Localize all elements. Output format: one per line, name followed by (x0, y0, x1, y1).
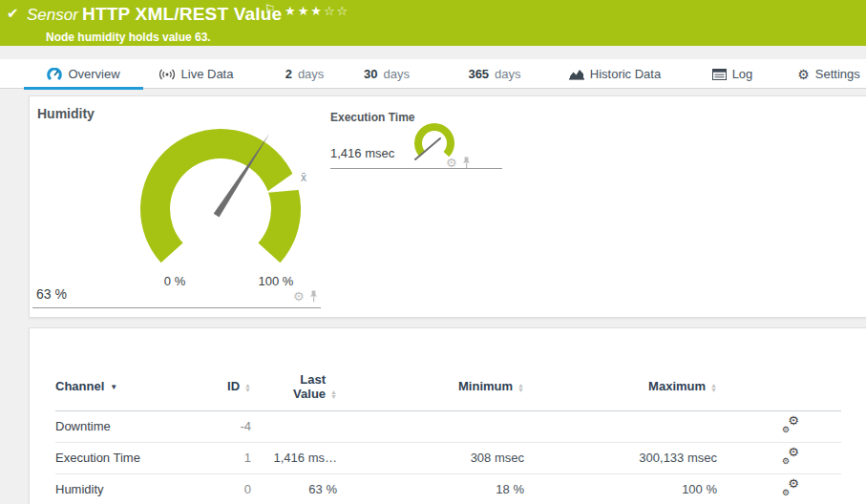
pin-icon[interactable] (462, 157, 471, 169)
tab-historic-data[interactable]: Historic Data (562, 59, 667, 89)
channel-name: Execution Time (55, 442, 184, 473)
table-row: Downtime -4 (55, 410, 841, 442)
tab-label: Live Data (181, 67, 234, 81)
channel-minimum: 18 % (342, 473, 528, 504)
channel-last-value: 63 % (261, 473, 342, 504)
channel-name: Downtime (55, 410, 184, 442)
sort-arrows-icon: ▲▼ (710, 383, 717, 392)
execution-time-current-value: 1,416 msec (330, 146, 394, 160)
channel-id: -4 (184, 410, 261, 442)
prtg-sensor-page: ✔ Sensor HTTP XML/REST Value ⚐ ★★★☆☆ Nod… (0, 0, 866, 504)
sort-arrows-icon: ▲▼ (244, 383, 251, 392)
humidity-gauge (120, 118, 321, 281)
channel-last-value: 1,416 ms… (261, 442, 342, 473)
tab-label: Overview (68, 67, 119, 81)
tab-label: Settings (815, 67, 860, 81)
column-header-maximum[interactable]: Maximum▲▼ (528, 363, 721, 410)
channel-settings-icon[interactable] (782, 449, 799, 464)
tab-30-days[interactable]: 30days (358, 59, 415, 89)
column-header-channel[interactable]: Channel (55, 363, 184, 410)
channel-name: Humidity (55, 473, 184, 504)
column-header-actions (721, 363, 841, 410)
humidity-gauge-title: Humidity (37, 106, 95, 121)
tab-bar: Overview Live Data 2days 30days 365days (0, 59, 866, 89)
execution-time-gauge-title: Execution Time (330, 111, 414, 124)
broadcast-icon (158, 69, 176, 80)
sort-caret-icon (104, 379, 117, 393)
channels-panel: Channel ID▲▼ Last Value▲▼ Minimum▲▼ Maxi… (29, 327, 866, 504)
table-row: Humidity 0 63 % 18 % 100 % (55, 473, 841, 504)
sort-arrows-icon: ▲▼ (330, 389, 337, 399)
log-icon (712, 69, 727, 80)
channel-settings-icon[interactable] (782, 417, 799, 432)
sensor-title: HTTP XML/REST Value (82, 4, 282, 25)
channel-maximum (528, 410, 721, 442)
gauge-min-label: 0 % (156, 274, 194, 288)
tab-log[interactable]: Log (704, 59, 761, 89)
channels-table: Channel ID▲▼ Last Value▲▼ Minimum▲▼ Maxi… (55, 363, 841, 504)
tab-365-days[interactable]: 365days (464, 59, 525, 89)
status-ok-icon: ✔ (7, 5, 19, 22)
execution-time-divider (330, 168, 502, 169)
table-row: Execution Time 1 1,416 ms… 308 msec 300,… (55, 442, 841, 473)
area-chart-icon (569, 69, 584, 80)
column-header-minimum[interactable]: Minimum▲▼ (342, 363, 528, 410)
channel-maximum: 100 % (528, 473, 721, 504)
tab-2-days[interactable]: 2days (276, 59, 333, 89)
sensor-kind-label: Sensor (27, 6, 78, 25)
sensor-header: ✔ Sensor HTTP XML/REST Value ⚐ ★★★☆☆ Nod… (0, 0, 866, 46)
pin-icon[interactable] (309, 290, 318, 303)
tab-label: days (495, 67, 520, 81)
stars-filled: ★★★ (285, 4, 324, 18)
tab-label: Log (732, 67, 753, 81)
tab-number: 30 (364, 67, 377, 81)
channel-settings-icon[interactable] (782, 480, 799, 495)
column-header-id[interactable]: ID▲▼ (184, 363, 261, 410)
gear-icon (797, 67, 810, 82)
channel-minimum: 308 msec (342, 442, 528, 473)
tab-label: Historic Data (590, 67, 661, 81)
tab-label: days (298, 67, 324, 81)
gauge-max-label: 100 % (257, 274, 295, 288)
humidity-gauge-actions (293, 287, 318, 304)
tab-overview[interactable]: Overview (24, 59, 143, 89)
tab-settings[interactable]: Settings (794, 59, 863, 89)
channel-maximum: 300,133 msec (528, 442, 721, 473)
tab-number: 2 (285, 67, 292, 81)
sort-arrows-icon: ▲▼ (517, 383, 524, 392)
channel-minimum (342, 410, 528, 442)
priority-stars[interactable]: ★★★☆☆ (285, 4, 349, 18)
gauges-panel: Humidity x̄ 0 % 100 % 63 % Execution Tim… (29, 95, 866, 318)
column-header-last-value[interactable]: Last Value▲▼ (261, 363, 342, 410)
tab-live-data[interactable]: Live Data (148, 59, 243, 89)
gauge-icon (47, 68, 62, 80)
priority-flag-icon[interactable]: ⚐ (264, 2, 276, 16)
tab-number: 365 (468, 67, 489, 81)
humidity-divider (32, 307, 321, 308)
humidity-current-value: 63 % (36, 286, 67, 302)
tab-label: days (384, 67, 410, 81)
table-header-row: Channel ID▲▼ Last Value▲▼ Minimum▲▼ Maxi… (55, 363, 841, 410)
stars-empty: ☆☆ (324, 4, 349, 18)
average-marker-label: x̄ (301, 171, 306, 184)
channel-id: 1 (184, 442, 261, 473)
gauge-settings-icon[interactable] (293, 287, 305, 304)
channel-id: 0 (184, 473, 261, 504)
channel-last-value (261, 410, 342, 442)
sensor-status-message: Node humidity holds value 63. (46, 31, 211, 44)
